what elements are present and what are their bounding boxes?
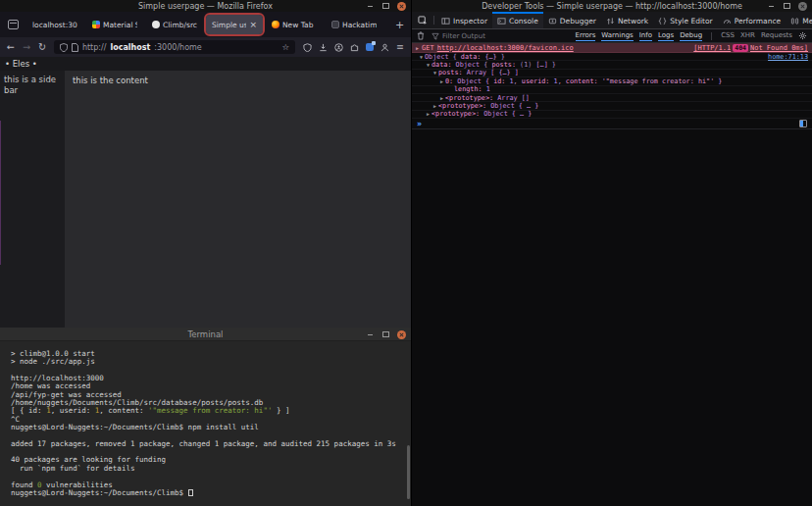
forward-button[interactable]: → xyxy=(23,42,30,52)
terminal-titlebar[interactable]: Terminal xyxy=(0,328,411,341)
expand-arrow-icon[interactable]: ▶ xyxy=(427,111,430,117)
split-console-icon[interactable] xyxy=(799,120,807,127)
browser-tab-4[interactable]: New Tab xyxy=(266,15,323,34)
filter-output-input[interactable]: Filter Output xyxy=(442,32,485,40)
terminal-line: nuggets@Lord-Nuggets:~/Documents/Climb$ … xyxy=(11,424,411,431)
close-icon[interactable] xyxy=(397,330,406,339)
profile-icon[interactable] xyxy=(381,43,389,52)
expand-arrow-icon[interactable]: ▶ xyxy=(416,45,419,51)
devtools-tab-label: Debugger xyxy=(560,17,596,25)
filter-logs[interactable]: Logs xyxy=(658,31,674,41)
terminal-scrollbar[interactable] xyxy=(407,445,410,499)
collapse-arrow-icon[interactable]: ▼ xyxy=(433,70,436,76)
expand-arrow-icon[interactable]: ▶ xyxy=(433,103,436,109)
download-icon[interactable] xyxy=(319,43,328,52)
tracking-protection-shield-icon[interactable] xyxy=(60,43,68,52)
terminal-text: added 17 packages, removed 1 package, ch… xyxy=(11,439,396,448)
new-tab-button[interactable]: + xyxy=(389,20,410,30)
pick-element-icon[interactable] xyxy=(414,16,431,25)
extensions-icon[interactable] xyxy=(350,43,359,52)
console-log-row[interactable]: ▶<prototype>: Object { … } xyxy=(412,111,812,119)
maximize-icon[interactable] xyxy=(783,2,791,11)
pocket-shield-icon[interactable] xyxy=(303,43,312,52)
tab-label: Hackatime xyxy=(342,21,377,29)
browser-tab-2[interactable]: Climb/src/da xyxy=(146,15,203,34)
console-token: Array [ {…} ] xyxy=(467,69,519,76)
devtools-tab-label: Memory xyxy=(802,17,812,25)
devtools-tab-console[interactable]: Console xyxy=(492,12,543,28)
github-favicon-icon xyxy=(152,21,160,28)
devtools-tab-label: Inspector xyxy=(453,17,487,25)
expand-arrow-icon[interactable]: ▶ xyxy=(440,78,443,84)
filter-xhr[interactable]: XHR xyxy=(740,31,755,41)
close-icon[interactable] xyxy=(798,2,807,11)
browser-tab-3[interactable]: Simple userpa× xyxy=(206,15,263,34)
content-text: this is the content xyxy=(73,76,148,85)
browser-tab-5[interactable]: Hackatime xyxy=(326,15,382,34)
devtools-tab-network[interactable]: Network xyxy=(601,12,653,28)
account-circle-icon[interactable] xyxy=(334,43,343,52)
console-input-row[interactable]: » xyxy=(412,119,812,129)
tab-label: Climb/src/da xyxy=(163,21,197,29)
page-nav-text[interactable]: • Eles • xyxy=(5,59,37,69)
devtools-tab-memory[interactable]: Memory xyxy=(786,12,812,28)
minimize-icon[interactable] xyxy=(366,330,375,339)
extension-badge xyxy=(372,41,376,45)
performance-tool-icon xyxy=(723,17,732,25)
maximize-icon[interactable] xyxy=(381,330,390,339)
devtools-tab-debugger[interactable]: Debugger xyxy=(543,12,601,28)
filter-info[interactable]: Info xyxy=(639,31,652,41)
terminal-text: , content: xyxy=(99,406,148,415)
network-error-row[interactable]: ▶ GET http://localhost:3000/favicon.ico … xyxy=(412,43,812,53)
console-token: { xyxy=(483,61,491,69)
console-token: 0: xyxy=(445,77,457,85)
console-token: } xyxy=(497,53,505,61)
devtools-tab-style-editor[interactable]: Style Editor xyxy=(653,12,717,28)
back-button[interactable]: ← xyxy=(7,42,15,52)
status-protocol: [HTTP/1.1 xyxy=(693,44,731,52)
devtools-toolbar: InspectorConsoleDebuggerNetworkStyle Edi… xyxy=(412,12,812,29)
close-icon[interactable] xyxy=(397,2,406,11)
browser-tab-1[interactable]: Material Sym xyxy=(86,15,143,34)
console-token: Object { xyxy=(457,77,493,85)
console-settings-gear-icon[interactable] xyxy=(798,31,807,40)
minimize-icon[interactable] xyxy=(366,2,375,11)
firefox-titlebar[interactable]: Simple userpage — Mozilla Firefox xyxy=(0,0,411,12)
page-info-icon[interactable] xyxy=(72,43,78,52)
trash-icon[interactable] xyxy=(417,31,425,40)
collapse-arrow-icon[interactable]: ▼ xyxy=(427,62,430,68)
terminal-line: > node ./src/app.js xyxy=(11,358,411,366)
url-bar[interactable]: http:// localhost :3000/home ☆ xyxy=(54,40,295,54)
filter-css[interactable]: CSS xyxy=(721,31,735,41)
url-host: localhost xyxy=(110,43,150,52)
network-tool-icon xyxy=(606,17,615,25)
maximize-icon[interactable] xyxy=(381,2,390,11)
terminal-output[interactable]: > climb@1.0.0 start> node ./src/app.js h… xyxy=(0,341,411,497)
filter-warnings[interactable]: Warnings xyxy=(601,31,633,41)
filter-requests[interactable]: Requests xyxy=(761,31,792,41)
devtools-titlebar[interactable]: Developer Tools — Simple userpage — http… xyxy=(412,0,812,12)
console-filter-bar: Filter Output ErrorsWarningsInfoLogsDebu… xyxy=(412,29,812,43)
collapse-arrow-icon[interactable]: ▼ xyxy=(420,54,423,60)
request-url-link[interactable]: http://localhost:3000/favicon.ico xyxy=(437,44,574,52)
ublock-extension-icon[interactable] xyxy=(366,43,374,51)
tab-label: Material Sym xyxy=(103,21,137,29)
expand-arrow-icon[interactable]: ▶ xyxy=(440,95,443,101)
material-favicon-icon xyxy=(92,21,100,28)
tab-close-icon[interactable]: × xyxy=(249,21,257,29)
terminal-text: > node ./src/app.js xyxy=(11,357,95,366)
console-token: content: xyxy=(566,77,602,85)
reload-button[interactable]: ↻ xyxy=(38,42,46,52)
menu-icon[interactable]: ≡ xyxy=(396,42,404,52)
minimize-icon[interactable] xyxy=(767,2,776,11)
firefox-view-icon[interactable] xyxy=(8,20,19,29)
filter-debug[interactable]: Debug xyxy=(680,31,702,41)
devtools-tab-performance[interactable]: Performance xyxy=(718,12,787,28)
filter-errors[interactable]: Errors xyxy=(576,31,596,41)
devtools-tab-inspector[interactable]: Inspector xyxy=(436,12,492,28)
bookmark-star-icon[interactable]: ☆ xyxy=(281,42,289,52)
terminal-cursor xyxy=(188,489,193,496)
response-status: [HTTP/1.1 404 Not Found 0ms] xyxy=(693,44,808,52)
browser-tab-0[interactable]: localhost:30 xyxy=(26,15,83,34)
source-location-link[interactable]: home:71:13 xyxy=(768,53,812,61)
